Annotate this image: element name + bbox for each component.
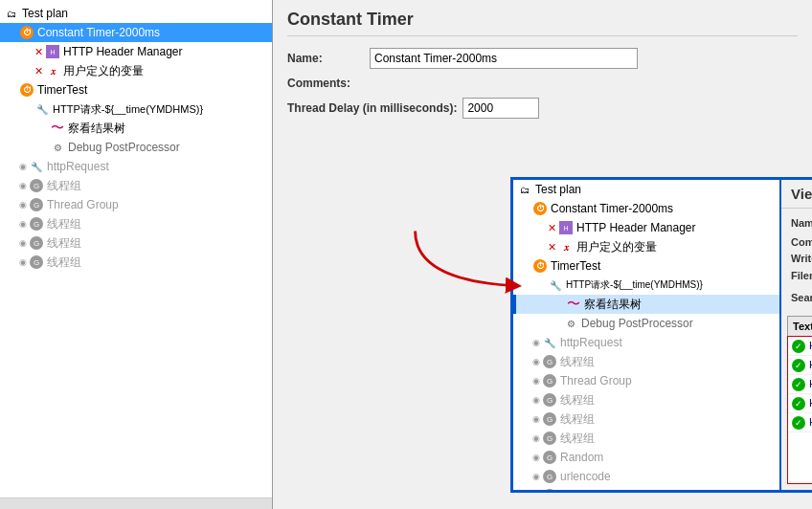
group-icon: G — [542, 488, 557, 490]
ov-tree-item-tg3[interactable]: ◉ G 线程组 — [513, 390, 779, 409]
tree-item-debug[interactable]: ⚙ Debug PostProcessor — [0, 138, 272, 157]
tree-item-thread-group3[interactable]: ◉ G 线程组 — [0, 214, 272, 233]
ov-tree-item-urlencode[interactable]: ◉ G urlencode — [513, 467, 779, 486]
timer-icon: ⏱ — [19, 25, 34, 40]
tree-label: UUID — [560, 489, 588, 490]
ov-tree-item-view-results[interactable]: 〜 察看结果树 — [513, 295, 779, 314]
ov-tree-item-random[interactable]: ◉ G Random — [513, 448, 779, 467]
tree-label: 线程组 — [560, 431, 595, 447]
result-item[interactable]: ✓ HTTP请求-20170830-083703 — [788, 394, 812, 413]
testplan-icon: 🗂 — [4, 6, 19, 21]
ov-tree-item-uuid[interactable]: ◉ G UUID — [513, 486, 779, 490]
delay-input[interactable] — [462, 98, 539, 119]
var-icon: 𝑥 — [45, 63, 60, 78]
tree-item-test-plan[interactable]: 🗂 Test plan — [0, 4, 272, 23]
result-item[interactable]: ✓ HTTP请求-20170830-083657 — [788, 337, 812, 356]
tree-item-view-results[interactable]: 〜 察看结果树 — [0, 119, 272, 138]
tree-label: 线程组 — [47, 216, 81, 232]
name-label: Name: — [287, 52, 364, 65]
timer-icon: ⏱ — [532, 258, 548, 274]
tree-label: Random — [560, 451, 603, 464]
tree-item-thread-group5[interactable]: ◉ G 线程组 — [0, 253, 272, 272]
disabled-icon: ✕ — [34, 46, 43, 58]
main-container: 🗂 Test plan ⏱ Constant Timer-2000ms ✕ H … — [0, 0, 812, 509]
tree-label: 用户定义的变量 — [63, 63, 144, 79]
var-icon: 𝑥 — [558, 239, 574, 254]
horizontal-scrollbar[interactable] — [0, 498, 272, 509]
group-icon: G — [542, 431, 557, 446]
group-icon: G — [542, 392, 557, 408]
ov-tree-item-http-header[interactable]: ✕ H HTTP Header Manager — [513, 218, 779, 237]
vrt-name-label: Name: — [791, 217, 812, 229]
disabled-icon: ✕ — [548, 222, 556, 234]
ov-tree-item-http-request2[interactable]: ◉ 🔧 httpRequest — [513, 333, 779, 352]
group-icon: G — [542, 354, 557, 369]
tree-item-http-header[interactable]: ✕ H HTTP Header Manager — [0, 42, 272, 61]
ov-tree-item-debug[interactable]: ⚙ Debug PostProcessor — [513, 314, 779, 333]
tree-label: 线程组 — [47, 178, 81, 194]
result-item[interactable]: ✓ HTTP请求-20170830-083705 — [788, 413, 812, 432]
overlay-panel: 🗂 Test plan ⏱ Constant Timer-2000ms ✕ H — [510, 177, 812, 493]
tree-item-http-request2[interactable]: ◉ 🔧 httpRequest — [0, 157, 272, 176]
tree-label: Debug PostProcessor — [68, 141, 180, 154]
ov-tree-item-timer-test[interactable]: ⏱ TimerTest — [513, 256, 779, 276]
tree-item-http-req[interactable]: 🔧 HTTP请求-${__time(YMDHMS)} — [0, 100, 272, 119]
http-icon: 🔧 — [542, 335, 557, 350]
tree-label: 察看结果树 — [584, 297, 642, 313]
tree-item-thread-group2[interactable]: ◉ G Thread Group — [0, 195, 272, 214]
group-icon: G — [542, 373, 557, 388]
overlay-tree-wrapper: 🗂 Test plan ⏱ Constant Timer-2000ms ✕ H — [513, 180, 779, 490]
vrt-comments-label: Comments: — [791, 236, 812, 248]
tree-item-timer-test[interactable]: ⏱ TimerTest — [0, 80, 272, 100]
vrt-title: View Results Tree — [781, 180, 812, 209]
results-column-text: Text — [793, 321, 812, 332]
form-title: Constant Timer — [287, 10, 798, 36]
http-icon: 🔧 — [29, 159, 44, 174]
http-icon: 🔧 — [548, 277, 563, 293]
name-row: Name: — [287, 48, 798, 69]
timer-icon: ⏱ — [19, 82, 34, 98]
header-icon: H — [558, 220, 574, 235]
ov-tree-item-tg2[interactable]: ◉ G Thread Group — [513, 371, 779, 390]
result-item[interactable]: ✓ HTTP请求-20170830-083659 — [788, 356, 812, 375]
group-icon: G — [542, 450, 557, 465]
ov-tree-item-constant-timer[interactable]: ⏱ Constant Timer-2000ms — [513, 199, 779, 218]
tree-label: urlencode — [560, 470, 611, 483]
ov-tree-item-http-req[interactable]: 🔧 HTTP请求-${__time(YMDHMS)} — [513, 276, 779, 295]
vrt-search-label: Search: — [791, 292, 812, 303]
tree-label: 线程组 — [560, 392, 595, 409]
tree-label: Thread Group — [47, 198, 119, 211]
name-input[interactable] — [370, 48, 638, 69]
vrt-filename-row: Filename — [791, 267, 812, 284]
tree-label: 线程组 — [47, 254, 81, 271]
ov-tree-item-tg5[interactable]: ◉ G 线程组 — [513, 429, 779, 448]
tree-item-thread-group4[interactable]: ◉ G 线程组 — [0, 233, 272, 253]
vrt-write-label: Write results to file / Read from file — [791, 253, 812, 264]
ov-tree-item-tg4[interactable]: ◉ G 线程组 — [513, 409, 779, 429]
ov-tree-item-test-plan[interactable]: 🗂 Test plan — [513, 180, 779, 199]
comments-label: Comments: — [287, 77, 364, 90]
testplan-icon: 🗂 — [517, 182, 532, 197]
ov-tree-item-tg1[interactable]: ◉ G 线程组 — [513, 352, 779, 371]
success-icon: ✓ — [792, 378, 805, 391]
timer-icon: ⏱ — [532, 201, 548, 216]
tree-label: HTTP请求-${__time(YMDHMS)} — [566, 278, 703, 292]
group-icon: G — [29, 197, 44, 212]
tree-label: TimerTest — [37, 83, 87, 97]
tree-item-constant-timer[interactable]: ⏱ Constant Timer-2000ms — [0, 23, 272, 42]
left-panel: 🗂 Test plan ⏱ Constant Timer-2000ms ✕ H … — [0, 0, 273, 509]
left-tree: 🗂 Test plan ⏱ Constant Timer-2000ms ✕ H … — [0, 0, 272, 498]
tree-item-user-vars[interactable]: ✕ 𝑥 用户定义的变量 — [0, 61, 272, 80]
result-item[interactable]: ✓ HTTP请求-20170830-083701 — [788, 375, 812, 394]
vrt-filename-label: Filename — [791, 270, 812, 281]
results-header: Text ▼ — [787, 316, 812, 336]
overlay-right-panel: View Results Tree Name: Comments: Write … — [781, 180, 812, 490]
overlay-tree-content: 🗂 Test plan ⏱ Constant Timer-2000ms ✕ H — [513, 180, 779, 490]
ov-tree-item-user-vars[interactable]: ✕ 𝑥 用户定义的变量 — [513, 237, 779, 256]
listener-icon: 〜 — [50, 121, 65, 136]
vrt-name-row: Name: — [791, 214, 812, 232]
success-icon: ✓ — [792, 416, 805, 430]
delay-label: Thread Delay (in milliseconds): — [287, 101, 457, 115]
tree-label: HTTP请求-${__time(YMDHMS)} — [53, 102, 203, 117]
tree-item-thread-group1[interactable]: ◉ G 线程组 — [0, 176, 272, 195]
